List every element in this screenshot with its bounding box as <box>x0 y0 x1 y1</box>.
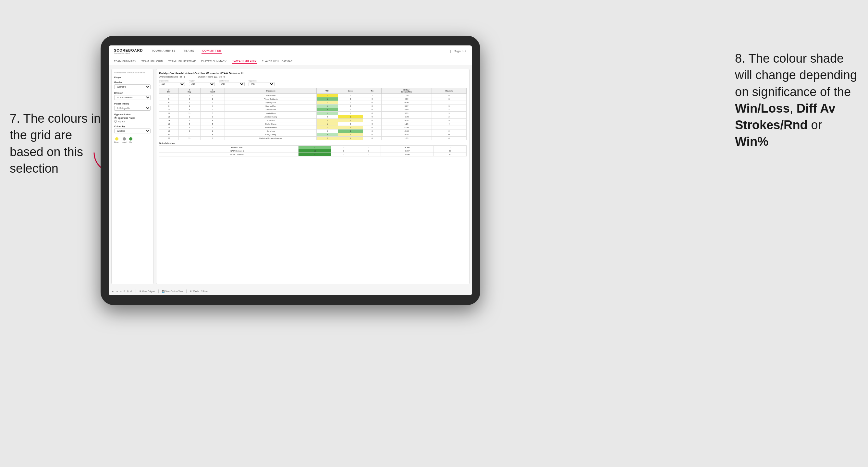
logo-area: SCOREBOARD Powered by clippd <box>114 49 143 54</box>
legend-up-label: Up <box>129 141 132 143</box>
radio-opponents-played-label: Opponents Played <box>118 117 135 119</box>
legend: Down Level Up <box>114 137 151 143</box>
subnav-player-summary[interactable]: PLAYER SUMMARY <box>201 60 226 63</box>
table-row: 1822 Euna Lee 0 3 0 -5.00 2 <box>159 129 467 133</box>
sidebar-player-rank-section: Player (Rank) 8. Katelyn Vo <box>114 102 151 111</box>
filter-opponents-label: Opponents: <box>159 80 185 82</box>
view-original-icon: 👁 <box>139 290 142 292</box>
subnav-team-h2h-grid[interactable]: TEAM H2H GRID <box>142 60 163 63</box>
filter-conference-label: Conference <box>219 80 245 82</box>
col-win: Win <box>317 88 338 94</box>
table-row: NCAA Division 2 5 0 0 7.400 10 <box>159 153 467 156</box>
table-row: 311 Esther Lee 1 0 1 1.50 4 <box>159 94 467 97</box>
sidebar-division-label: Division <box>114 92 151 94</box>
col-rounds: Rounds <box>432 88 466 94</box>
legend-down: Down <box>114 137 119 143</box>
grid-title: Katelyn Vo Head-to-Head Grid for Women's… <box>159 72 467 75</box>
sub-nav: TEAM SUMMARY TEAM H2H GRID TEAM H2H HEAT… <box>109 57 472 66</box>
toolbar-view-original[interactable]: 👁 View: Original <box>139 290 155 292</box>
nav-signout[interactable]: Sign out <box>454 50 467 53</box>
filter-region-select[interactable]: (All) <box>189 82 215 86</box>
toolbar-undo2[interactable]: ↩ <box>120 290 122 293</box>
col-opponent: Opponent <box>225 88 317 94</box>
toolbar-copy[interactable]: ⧉ <box>124 290 125 293</box>
toolbar-divider-3 <box>186 289 187 293</box>
annotation-winpct-bold: Win% <box>735 135 768 148</box>
sidebar-timestamp: Last Updated: 27/03/2024 16:55:38 <box>114 72 151 74</box>
out-of-division-table: Foreign Team 1 0 0 4.500 2 NAIA Division… <box>159 145 467 156</box>
col-loss: Loss <box>338 88 363 94</box>
data-table: #Div #Reg #Conf Opponent Win Loss Tie Di… <box>159 88 467 140</box>
table-row: 1691 Jessica Mason 1 2 0 -0.94 <box>159 126 467 129</box>
logo-text: SCOREBOARD <box>114 49 143 52</box>
legend-dot-down <box>115 137 118 141</box>
table-row: 914 Sharon Mun 1 0 0 3.67 3 <box>159 104 467 108</box>
legend-dot-up <box>129 137 132 141</box>
sidebar-colour-label: Colour by <box>114 125 151 128</box>
legend-level-label: Level <box>122 141 126 143</box>
table-row: 20117 Federica Domecq Lacroze 2 1 0 1.33… <box>159 136 467 140</box>
col-conf: #Conf <box>200 88 225 94</box>
sidebar-colour-select[interactable]: Win/loss <box>114 128 151 133</box>
toolbar-watch[interactable]: 👁 Watch <box>190 290 198 292</box>
watch-icon: 👁 <box>190 290 192 292</box>
subnav-team-h2h-heatmap[interactable]: TEAM H2H HEATMAP <box>168 60 196 63</box>
radio-top-100[interactable]: Top 100 <box>114 120 151 123</box>
sidebar-gender-section: Gender Women's <box>114 81 151 89</box>
toolbar-redo[interactable]: ↪ <box>116 290 118 293</box>
sidebar-player-section: Player <box>114 76 151 79</box>
nav-right: | Sign out <box>451 50 467 53</box>
toolbar-save-custom[interactable]: 💾 Save Custom View <box>162 290 183 293</box>
overall-record: Overall Record: 353 - 34 - 6 <box>159 75 185 78</box>
table-row: 1585 Stella Cheng 1 0 0 1.25 4 <box>159 122 467 126</box>
sidebar-player-rank-select[interactable]: 8. Katelyn Vo <box>114 106 151 111</box>
toolbar-undo[interactable]: ↩ <box>112 290 114 293</box>
annotation-right: 8. The colour shade will change dependin… <box>735 50 858 150</box>
sidebar-division-section: Division NCAA Division III <box>114 92 151 100</box>
main-content: Last Updated: 27/03/2024 16:55:38 Player… <box>109 66 472 287</box>
radio-top-100-circle <box>114 120 117 123</box>
col-tie: Tie <box>363 88 381 94</box>
toolbar-refresh[interactable]: ⟳ <box>130 290 132 293</box>
share-icon: ⤴ <box>200 290 202 292</box>
tablet-screen: SCOREBOARD Powered by clippd TOURNAMENTS… <box>109 45 472 295</box>
subnav-team-summary[interactable]: TEAM SUMMARY <box>114 60 136 63</box>
table-row: 633 Sydney Kuo 1 0 0 -1.00 <box>159 101 467 104</box>
save-icon: 💾 <box>162 290 164 293</box>
filter-opponents-select[interactable]: (All) <box>159 82 185 86</box>
sidebar-opponent-label: Opponent view <box>114 113 151 116</box>
nav-teams[interactable]: TEAMS <box>183 49 195 54</box>
sidebar-gender-select[interactable]: Women's <box>114 84 151 89</box>
filter-conference-select[interactable]: (All) <box>219 82 245 86</box>
grid-record: Overall Record: 353 - 34 - 6 Division Re… <box>159 75 467 78</box>
nav-tournaments[interactable]: TOURNAMENTS <box>151 49 176 54</box>
legend-up: Up <box>129 137 132 143</box>
grid-area: Katelyn Vo Head-to-Head Grid for Women's… <box>156 69 469 284</box>
nav-committee[interactable]: COMMITTEE <box>202 49 222 54</box>
table-row: 11115 Heejo Hyun 1 0 0 3.33 3 <box>159 112 467 115</box>
logo-sub: Powered by clippd <box>114 52 143 54</box>
filter-opponent-label: Opponent <box>249 80 275 82</box>
filter-opponent-select[interactable]: (All) <box>249 82 275 86</box>
toolbar-share[interactable]: ⤴ Share <box>200 290 208 292</box>
bottom-toolbar: ↩ ↪ ↩ ⧉ ⎘ ⟳ 👁 View: Original 💾 Save Cust… <box>109 287 472 295</box>
table-row: 20116 Emily Chang 4 1 0 0.30 11 <box>159 133 467 136</box>
sidebar-gender-label: Gender <box>114 81 151 84</box>
subnav-player-h2h-heatmap[interactable]: PLAYER H2H HEATMAP <box>262 60 293 63</box>
radio-top-100-label: Top 100 <box>118 120 125 123</box>
subnav-player-h2h-grid[interactable]: PLAYER H2H GRID <box>232 59 257 64</box>
filter-row: Opponents: (All) Region (All) Conference <box>159 80 467 86</box>
division-record: Division Record: 331 - 34 - 6 <box>198 75 224 78</box>
radio-opponents-played-circle <box>114 117 117 119</box>
toolbar-paste[interactable]: ⎘ <box>127 290 128 292</box>
sidebar-player-rank-label: Player (Rank) <box>114 102 151 105</box>
filter-opponents: Opponents: (All) <box>159 80 185 86</box>
table-row: 1063 Andrea York 2 0 0 4.00 4 <box>159 108 467 112</box>
legend-down-label: Down <box>114 141 119 143</box>
table-row: Foreign Team 1 0 0 4.500 2 <box>159 146 467 149</box>
sidebar-division-select[interactable]: NCAA Division III <box>114 95 151 100</box>
radio-opponents-played[interactable]: Opponents Played <box>114 117 151 119</box>
sidebar-player-label: Player <box>114 76 151 79</box>
legend-level: Level <box>122 137 126 143</box>
col-diff: Diff AvStrokes/Rnd <box>381 88 432 94</box>
